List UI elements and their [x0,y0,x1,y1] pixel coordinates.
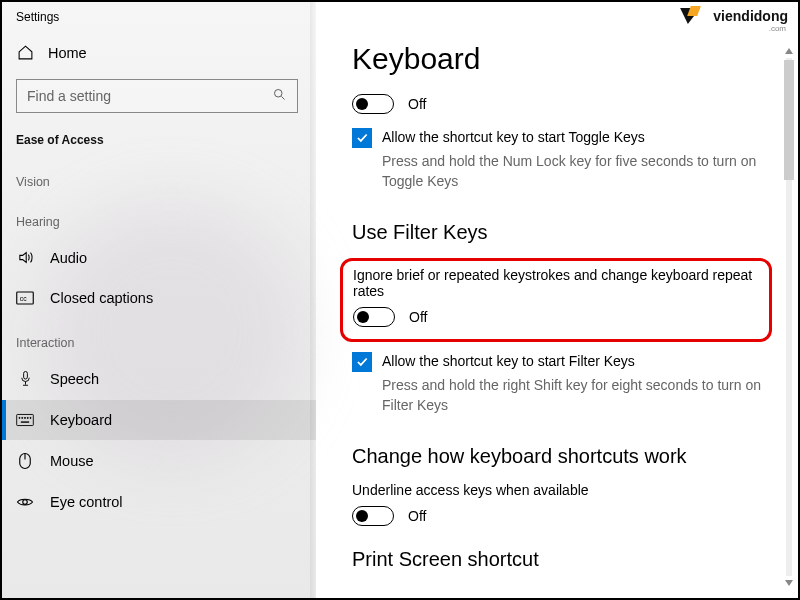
checkbox-label: Allow the shortcut key to start Toggle K… [382,128,645,145]
category-hearing: Hearing [2,197,316,237]
sidebar-item-label: Closed captions [50,290,153,306]
cc-icon: cc [16,291,34,305]
scrollbar[interactable] [782,42,796,592]
microphone-icon [16,370,34,388]
svg-point-8 [27,417,28,418]
toggle-underline-access[interactable] [352,506,394,526]
keyboard-icon [16,413,34,427]
section-keyboard-shortcuts: Change how keyboard shortcuts work [352,445,762,468]
checkbox-filter-keys-shortcut[interactable] [352,352,372,372]
sidebar-item-eye-control[interactable]: Eye control [2,482,316,514]
main-content: viendidong .com Keyboard Off Allow the s… [316,2,798,598]
sidebar-item-keyboard[interactable]: Keyboard [2,400,316,440]
highlight-annotation: Ignore brief or repeated keystrokes and … [340,258,772,342]
svg-rect-4 [17,414,34,425]
nav-home-label: Home [48,45,87,61]
sidebar-item-mouse[interactable]: Mouse [2,440,316,482]
svg-point-13 [23,500,28,505]
volume-icon [16,249,34,266]
window-title: Settings [2,2,316,26]
sidebar-item-speech[interactable]: Speech [2,358,316,400]
page-title: Keyboard [352,42,762,76]
watermark-logo: viendidong .com [679,6,788,26]
toggle-state-label: Off [408,96,426,112]
nav-home[interactable]: Home [2,26,316,71]
sidebar-item-closed-captions[interactable]: cc Closed captions [2,278,316,318]
category-interaction: Interaction [2,318,316,358]
search-placeholder: Find a setting [27,88,111,104]
svg-point-9 [30,417,31,418]
svg-rect-3 [23,372,27,380]
toggle-filter-keys[interactable] [353,307,395,327]
svg-point-5 [19,417,20,418]
toggle-state-label: Off [408,508,426,524]
sidebar: Settings Home Find a setting Ease of Acc… [2,2,316,598]
scroll-up-icon[interactable] [785,46,793,54]
eye-icon [16,495,34,509]
category-vision: Vision [2,157,316,197]
search-input[interactable]: Find a setting [16,79,298,113]
svg-point-7 [24,417,25,418]
sidebar-item-label: Keyboard [50,412,112,428]
svg-point-0 [275,89,283,97]
filter-keys-description: Ignore brief or repeated keystrokes and … [353,267,759,299]
sidebar-item-label: Eye control [50,494,123,510]
sidebar-item-label: Audio [50,250,87,266]
home-icon [16,44,34,61]
sidebar-item-label: Speech [50,371,99,387]
svg-point-6 [22,417,23,418]
svg-text:cc: cc [20,295,27,302]
sidebar-item-label: Mouse [50,453,94,469]
underline-access-description: Underline access keys when available [352,482,762,498]
group-title: Ease of Access [2,127,316,157]
section-filter-keys: Use Filter Keys [352,221,762,244]
search-icon [272,87,287,106]
toggle-sticky-keys[interactable] [352,94,394,114]
checkbox-toggle-keys-shortcut[interactable] [352,128,372,148]
hint-text: Press and hold the right Shift key for e… [352,376,762,415]
scroll-down-icon[interactable] [785,580,793,588]
section-print-screen: Print Screen shortcut [352,548,762,571]
checkbox-label: Allow the shortcut key to start Filter K… [382,352,635,369]
mouse-icon [16,452,34,470]
toggle-state-label: Off [409,309,427,325]
sidebar-item-audio[interactable]: Audio [2,237,316,278]
hint-text: Press and hold the Num Lock key for five… [352,152,762,191]
svg-rect-10 [21,421,29,422]
scroll-thumb[interactable] [784,60,794,180]
